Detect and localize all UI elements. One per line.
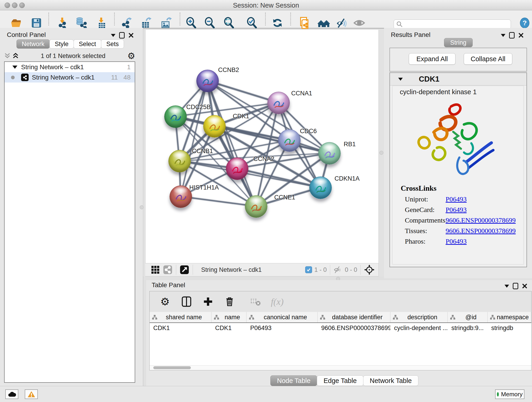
tab-sets[interactable]: Sets (101, 39, 124, 49)
tab-network-table[interactable]: Network Table (363, 375, 418, 386)
function-builder-icon[interactable]: f(x) (271, 295, 283, 308)
zoom-in-icon[interactable] (184, 16, 198, 30)
network-overview-icon[interactable] (163, 265, 173, 275)
float-panel-icon[interactable] (119, 32, 125, 38)
table-cell[interactable]: stringdb (488, 323, 531, 333)
network-node-HIST1H1A[interactable] (170, 185, 192, 208)
selected-count-checkbox-icon[interactable] (305, 266, 312, 273)
float-panel-icon[interactable] (513, 283, 518, 289)
warnings-button[interactable] (25, 389, 38, 399)
show-columns-icon[interactable] (180, 295, 193, 308)
right-splitter-handle[interactable] (380, 151, 383, 155)
birds-eye-view-icon[interactable] (150, 265, 160, 275)
show-all-icon[interactable] (352, 16, 366, 30)
left-splitter-handle[interactable] (140, 205, 144, 209)
table-cell[interactable]: CDK1 (211, 323, 247, 333)
export-view-icon[interactable] (179, 265, 190, 275)
table-row[interactable]: CDK1CDK1P064939606.ENSP00000378699cyclin… (150, 323, 531, 333)
table-cell[interactable]: cyclin-dependent ... (390, 323, 448, 333)
delete-column-trash-icon[interactable] (223, 295, 236, 308)
hide-selected-icon[interactable] (335, 16, 349, 30)
table-cell[interactable]: P06493 (247, 323, 317, 333)
zoom-selected-icon[interactable] (245, 16, 259, 30)
network-node-CCNB2[interactable] (196, 70, 219, 92)
network-edge[interactable] (237, 168, 320, 187)
crosslink-link[interactable]: P06493 (446, 206, 467, 214)
column-header-namespace[interactable]: namespace (488, 312, 531, 322)
column-header-canonical-name[interactable]: canonical name (247, 312, 317, 322)
help-icon[interactable]: ? (518, 16, 532, 30)
column-header-shared-name[interactable]: shared name (150, 312, 211, 322)
close-panel-icon[interactable] (128, 32, 134, 38)
zoom-out-icon[interactable] (203, 16, 216, 30)
import-network-icon[interactable] (55, 16, 69, 30)
import-network-database-icon[interactable] (75, 16, 88, 30)
tree-expand-icon[interactable] (12, 65, 17, 69)
crosslink-link[interactable]: 9606.ENSP00000378699 (446, 216, 516, 224)
network-collection-row[interactable]: String Network – cdk1 1 (5, 62, 135, 72)
network-node-CDC25B[interactable] (164, 105, 187, 128)
network-node-CDC6[interactable] (278, 129, 301, 152)
network-node-RB1[interactable] (318, 142, 341, 165)
collapse-gene-icon[interactable] (398, 78, 403, 81)
tab-style[interactable]: Style (50, 39, 74, 49)
tab-node-table[interactable]: Node Table (270, 375, 317, 386)
add-column-icon[interactable] (202, 295, 214, 308)
network-node-CCNA1[interactable] (267, 92, 290, 114)
table-options-gear-icon[interactable]: ⚙ (159, 295, 171, 308)
tab-network[interactable]: Network (17, 39, 50, 49)
collapse-all-button[interactable]: Collapse All (464, 53, 512, 65)
table-cell[interactable]: CDK1 (150, 323, 211, 333)
string-import-icon[interactable] (299, 16, 312, 30)
network-node-CCNE1[interactable] (245, 195, 267, 218)
network-options-gear-icon[interactable]: ⚙ (127, 51, 135, 60)
home-icon[interactable] (317, 16, 331, 30)
panel-menu-icon[interactable] (111, 34, 115, 37)
save-session-icon[interactable] (30, 16, 43, 30)
import-table-icon[interactable] (95, 16, 109, 30)
refresh-icon[interactable] (271, 16, 284, 30)
network-node-CDK1[interactable] (203, 115, 226, 138)
network-node-CDKN1A[interactable] (309, 177, 332, 199)
export-network-icon[interactable] (119, 16, 133, 30)
table-cell[interactable]: stringdb:9... (448, 323, 488, 333)
horizontal-scrollbar[interactable] (150, 365, 531, 370)
tab-select[interactable]: Select (74, 39, 101, 49)
column-header-description[interactable]: description (390, 312, 448, 322)
delete-table-icon[interactable] (249, 295, 262, 308)
export-table-icon[interactable] (139, 16, 153, 30)
search-input[interactable] (403, 21, 505, 28)
cloud-button[interactable] (5, 389, 18, 399)
expand-all-button[interactable]: Expand All (409, 53, 456, 65)
column-header-name[interactable]: name (211, 312, 247, 322)
network-node-CCNA2[interactable] (226, 157, 248, 180)
gene-header-row[interactable]: CDK1 (390, 73, 526, 85)
export-image-icon[interactable] (159, 16, 173, 30)
tab-string[interactable]: String (444, 38, 473, 47)
expand-all-icon[interactable] (12, 52, 19, 59)
search-bar[interactable] (394, 19, 511, 29)
close-panel-icon[interactable] (522, 283, 527, 289)
scrollbar-thumb[interactable] (153, 366, 191, 369)
collapse-all-icon[interactable] (4, 52, 11, 59)
panel-menu-icon[interactable] (501, 34, 505, 37)
crosslink-link[interactable]: P06493 (446, 237, 467, 245)
tab-edge-table[interactable]: Edge Table (317, 375, 363, 386)
memory-button[interactable]: Memory (495, 389, 525, 399)
crosslink-row: Tissues:9606.ENSP00000378699 (401, 227, 516, 235)
network-node-CCNB1[interactable] (168, 150, 191, 172)
crosslink-link[interactable]: 9606.ENSP00000378699 (446, 227, 516, 235)
open-session-icon[interactable] (9, 16, 23, 30)
panel-menu-icon[interactable] (505, 285, 509, 288)
float-panel-icon[interactable] (509, 32, 515, 38)
close-panel-icon[interactable] (518, 32, 524, 38)
network-canvas[interactable]: CCNB2CCNA1CDC25BCDK1CDC6RB1CCNB1CCNA2CDK… (145, 30, 379, 263)
table-cell[interactable]: 9606.ENSP00000378699 (317, 323, 390, 333)
column-header-database-identifier[interactable]: database identifier (317, 312, 390, 322)
column-header-@id[interactable]: @id (448, 312, 488, 322)
crosslink-link[interactable]: P06493 (446, 195, 467, 203)
zoom-fit-icon[interactable] (222, 16, 236, 30)
left-splitter[interactable] (143, 30, 146, 276)
network-row-selected[interactable]: String Network – cdk1 11 48 (5, 72, 135, 83)
fit-content-crosshair-icon[interactable] (364, 264, 375, 275)
